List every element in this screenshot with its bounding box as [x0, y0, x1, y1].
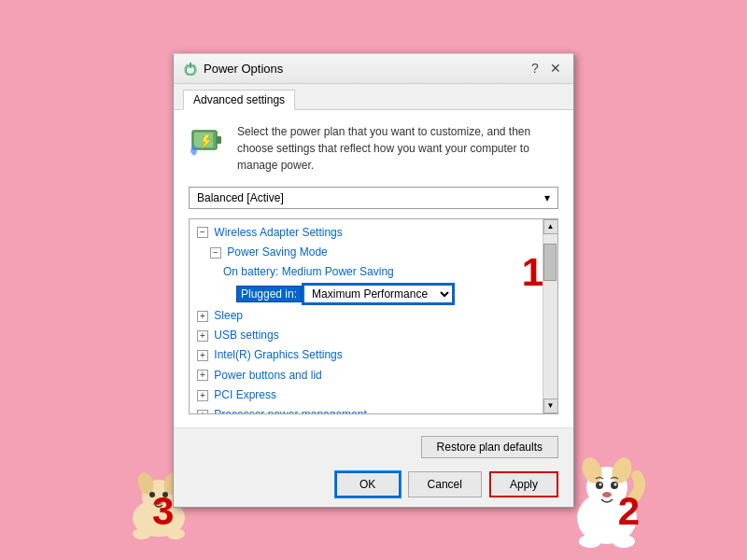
step-label-1: 1 [522, 250, 543, 295]
tree-processor-power[interactable]: + Processor power management [190, 405, 543, 413]
plugged-in-select[interactable]: Maximum Performance Medium Power Saving … [303, 285, 453, 303]
expand-pci[interactable]: + [197, 390, 208, 401]
dialog-buttons: OK Cancel Apply [174, 464, 573, 507]
expand-usb[interactable]: + [197, 330, 208, 342]
dialog-title: Power Options [204, 62, 283, 76]
processor-label: Processor power management [214, 408, 366, 413]
close-button[interactable]: ✕ [547, 60, 564, 77]
advanced-settings-tab[interactable]: Advanced settings [183, 90, 295, 110]
help-button[interactable]: ? [527, 60, 543, 77]
svg-rect-23 [217, 136, 221, 144]
pci-label: PCI Express [214, 388, 276, 401]
expand-power-saving[interactable]: − [210, 247, 221, 259]
settings-tree-wrapper: − Wireless Adapter Settings − Power Savi… [189, 218, 558, 414]
plugged-in-select-wrapper: Maximum Performance Medium Power Saving … [302, 283, 455, 305]
svg-point-16 [614, 483, 617, 486]
usb-label: USB settings [214, 329, 278, 342]
tree-usb-settings[interactable]: + USB settings [190, 326, 543, 345]
plan-dropdown-value: Balanced [Active] [197, 191, 284, 204]
tree-power-saving-mode[interactable]: − Power Saving Mode [190, 243, 543, 262]
header-section: Select the power plan that you want to c… [189, 123, 558, 174]
dog-right-decoration [560, 448, 654, 551]
scroll-up-arrow[interactable]: ▲ [543, 219, 558, 234]
svg-point-17 [602, 492, 612, 497]
tree-plugged-in-row[interactable]: Plugged in: Maximum Performance Medium P… [190, 282, 543, 306]
settings-tree: − Wireless Adapter Settings − Power Savi… [190, 219, 543, 413]
svg-rect-21 [190, 63, 191, 68]
svg-point-7 [133, 528, 151, 539]
tab-bar: Advanced settings [174, 84, 573, 110]
scrollbar[interactable]: ▲ ▼ [543, 219, 557, 413]
on-battery-label: On battery: Medium Power Saving [223, 265, 394, 278]
svg-point-18 [579, 535, 601, 548]
expand-sleep[interactable]: + [197, 311, 208, 322]
power-saving-label: Power Saving Mode [227, 245, 327, 259]
ok-button[interactable]: OK [335, 471, 401, 497]
svg-point-19 [613, 535, 635, 548]
tree-intel-graphics[interactable]: + Intel(R) Graphics Settings [190, 345, 543, 365]
scroll-down-arrow[interactable]: ▼ [543, 399, 558, 413]
tree-pci-express[interactable]: + PCI Express [190, 385, 543, 405]
expand-wireless[interactable]: − [197, 227, 208, 238]
title-bar-controls: ? ✕ [527, 60, 564, 77]
wireless-label: Wireless Adapter Settings [214, 226, 342, 239]
power-buttons-label: Power buttons and lid [214, 369, 321, 382]
scrollbar-thumb[interactable] [543, 244, 557, 281]
title-bar: Power Options ? ✕ [174, 54, 573, 84]
scrollbar-track[interactable] [543, 234, 557, 399]
plugged-in-label: Plugged in: [236, 286, 302, 302]
step-label-2: 2 [618, 489, 640, 534]
power-icon [183, 61, 198, 76]
sleep-label: Sleep [214, 309, 243, 322]
tree-wireless-adapter[interactable]: − Wireless Adapter Settings [190, 223, 543, 243]
tree-sleep[interactable]: + Sleep [190, 306, 543, 326]
dialog-content: Select the power plan that you want to c… [174, 110, 573, 427]
expand-intel[interactable]: + [197, 350, 208, 361]
svg-point-15 [599, 483, 602, 486]
power-options-dialog: Power Options ? ✕ Advanced settings Sele… [173, 53, 574, 508]
step-label-3: 3 [152, 489, 174, 534]
tree-power-buttons[interactable]: + Power buttons and lid [190, 366, 543, 385]
header-text-content: Select the power plan that you want to c… [237, 125, 530, 172]
plan-dropdown-arrow: ▾ [544, 191, 550, 204]
intel-label: Intel(R) Graphics Settings [214, 348, 342, 361]
power-battery-icon [189, 123, 226, 161]
cancel-button[interactable]: Cancel [408, 471, 482, 497]
expand-processor[interactable]: + [197, 410, 208, 413]
tree-on-battery[interactable]: On battery: Medium Power Saving [190, 262, 543, 282]
title-bar-left: Power Options [183, 61, 283, 76]
plan-dropdown[interactable]: Balanced [Active] ▾ [189, 187, 558, 209]
header-description: Select the power plan that you want to c… [237, 123, 558, 174]
apply-button[interactable]: Apply [489, 471, 558, 497]
restore-section: Restore plan defaults [174, 427, 573, 464]
expand-power-buttons[interactable]: + [197, 370, 208, 381]
restore-defaults-button[interactable]: Restore plan defaults [421, 436, 558, 458]
